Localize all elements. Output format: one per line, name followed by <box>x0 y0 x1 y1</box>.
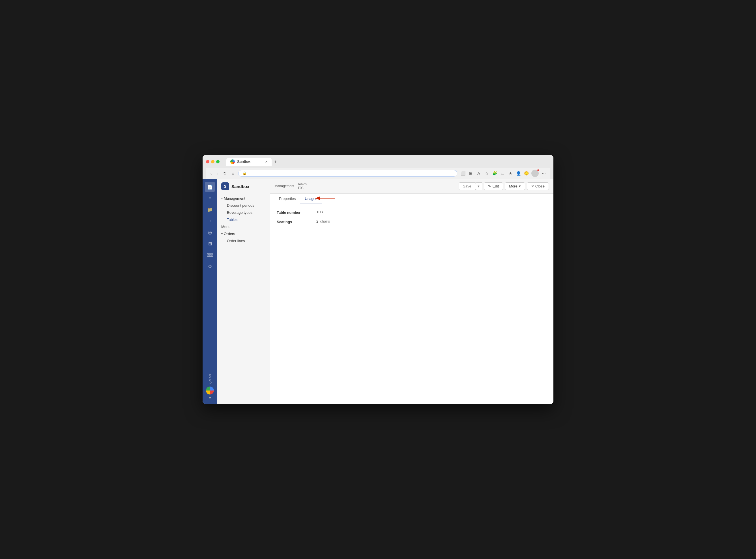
breadcrumb-management[interactable]: Management <box>275 184 294 188</box>
menu-label: Menu <box>221 225 231 229</box>
tab-usages[interactable]: Usages <box>300 194 322 204</box>
seatings-value: 2 <box>316 219 318 223</box>
content-header: Management Tables T03 Save ▾ ✎ Edit <box>270 179 553 194</box>
star-icon[interactable]: ☆ <box>484 171 490 176</box>
sidebar-icon-documents[interactable]: 📄 <box>205 182 215 192</box>
keyboard-icon: ⌨ <box>207 252 213 258</box>
sidebar-icon-circle[interactable]: ◎ <box>205 227 215 237</box>
edit-icon: ✎ <box>488 184 491 188</box>
more-browser-icon[interactable]: ⋯ <box>541 171 547 176</box>
home-button[interactable]: ⌂ <box>231 170 235 177</box>
sidebar-icon-grid[interactable]: ⊞ <box>205 239 215 249</box>
tab-close-button[interactable]: ✕ <box>265 160 268 164</box>
content-body: Table number T03 Seatings 2 chairs <box>270 204 553 404</box>
sidebar-icon-arrow[interactable]: → <box>205 216 215 226</box>
management-chevron: ▾ <box>221 197 223 200</box>
sidebar-icon-folder[interactable]: 📁 <box>205 204 215 215</box>
seatings-unit: chairs <box>320 219 330 223</box>
sidebar-icon-list[interactable]: ≡ <box>205 193 215 203</box>
list-icon: ≡ <box>209 196 211 201</box>
app-container: 📄 ≡ 📁 → ◎ ⊞ ⌨ <box>203 179 553 404</box>
minimize-traffic-light[interactable] <box>211 160 214 163</box>
browser-tab-bar: Sandbox ✕ + <box>226 158 279 166</box>
nav-group-menu: Menu <box>217 223 269 230</box>
breadcrumb-tables[interactable]: Tables <box>298 182 307 186</box>
nav-item-order-lines[interactable]: Order lines <box>223 237 269 244</box>
main-content: Management Tables T03 Save ▾ ✎ Edit <box>270 179 553 404</box>
profile-avatar[interactable] <box>531 170 539 177</box>
bottom-dot <box>209 397 211 398</box>
nav-group-management-header[interactable]: ▾ Management <box>217 195 269 202</box>
nav-sidebar: S Sandbox ▾ Management Discount periods <box>217 179 270 404</box>
tab-properties[interactable]: Properties <box>275 194 300 204</box>
more-button[interactable]: More ▾ <box>505 182 525 190</box>
table-number-label: Table number <box>277 210 316 215</box>
content-actions: Save ▾ ✎ Edit More ▾ ✕ Close <box>458 182 549 190</box>
browser-chrome: Sandbox ✕ + ‹ › ↻ ⌂ 🔒 ⬜ ⊞ A ☆ 🧩 ▭ <box>203 155 553 179</box>
breadcrumb: Management Tables T03 <box>275 182 458 190</box>
content-tabs: Properties Usages <box>270 194 553 204</box>
close-button[interactable]: ✕ Close <box>527 182 549 190</box>
seatings-label: Seatings <box>277 219 316 224</box>
kjerner-logo <box>206 386 214 395</box>
nav-item-discount-periods[interactable]: Discount periods <box>223 202 269 209</box>
browser-toolbar: ‹ › ↻ ⌂ 🔒 ⬜ ⊞ A ☆ 🧩 ▭ ★ 👤 🙂 ⋯ <box>206 168 550 179</box>
toolbar-icons: ⬜ ⊞ A ☆ 🧩 ▭ ★ 👤 🙂 ⋯ <box>460 170 547 177</box>
seatings-row: Seatings 2 chairs <box>277 219 547 224</box>
app-letter: S <box>224 184 226 188</box>
browser-window: Sandbox ✕ + ‹ › ↻ ⌂ 🔒 ⬜ ⊞ A ☆ 🧩 ▭ <box>203 155 553 404</box>
extension-icon[interactable]: 🧩 <box>492 171 497 176</box>
nav-item-tables[interactable]: Tables <box>223 216 269 223</box>
tab-favicon <box>230 159 235 164</box>
close-icon: ✕ <box>531 184 534 188</box>
new-tab-button[interactable]: + <box>272 159 279 165</box>
save-dropdown-button[interactable]: ▾ <box>475 182 482 190</box>
settings-icon: ⚙ <box>208 264 212 269</box>
nav-item-beverage-types[interactable]: Beverage types <box>223 209 269 216</box>
bookmarks-icon[interactable]: ★ <box>507 171 513 176</box>
circle-icon: ◎ <box>208 230 212 235</box>
profiles-icon[interactable]: 👤 <box>516 171 521 176</box>
orders-children: Order lines <box>217 237 269 244</box>
more-chevron-icon: ▾ <box>519 184 521 188</box>
refresh-button[interactable]: ↻ <box>222 170 228 177</box>
text-icon[interactable]: A <box>476 171 481 176</box>
icon-sidebar-bottom: kjerner <box>206 374 214 401</box>
save-button-group: Save ▾ <box>458 182 482 190</box>
folder-icon: 📁 <box>207 207 213 213</box>
maximize-traffic-light[interactable] <box>216 160 219 163</box>
orders-label: Orders <box>224 232 235 236</box>
management-children: Discount periods Beverage types Tables <box>217 202 269 223</box>
table-number-row: Table number T03 <box>277 210 547 215</box>
lock-icon: 🔒 <box>242 171 247 175</box>
sidebar-icon-settings[interactable]: ⚙ <box>205 261 215 271</box>
nav-group-orders-header[interactable]: ▾ Orders <box>217 230 269 237</box>
edit-button[interactable]: ✎ Edit <box>484 182 503 190</box>
nav-group-menu-header[interactable]: Menu <box>217 223 269 230</box>
nav-group-orders: ▾ Orders Order lines <box>217 230 269 244</box>
nav-sidebar-header: S Sandbox <box>217 179 269 194</box>
grid-view-icon[interactable]: ⊞ <box>468 171 474 176</box>
browser-tab[interactable]: Sandbox ✕ <box>226 158 271 166</box>
screen-share-icon[interactable]: ⬜ <box>460 171 466 176</box>
save-button[interactable]: Save <box>458 182 476 190</box>
usages-tab-container: Usages <box>300 194 322 204</box>
sidebar-icon-keyboard[interactable]: ⌨ <box>205 250 215 260</box>
orders-chevron: ▾ <box>221 232 223 235</box>
sidebar-icon[interactable]: ▭ <box>500 171 505 176</box>
smiley-icon[interactable]: 🙂 <box>523 171 529 176</box>
management-label: Management <box>224 196 245 201</box>
forward-button[interactable]: › <box>216 170 219 177</box>
browser-titlebar: Sandbox ✕ + <box>206 158 550 166</box>
traffic-lights <box>206 160 219 163</box>
address-bar[interactable]: 🔒 <box>238 170 457 177</box>
icon-sidebar: 📄 ≡ 📁 → ◎ ⊞ ⌨ <box>203 179 217 404</box>
close-traffic-light[interactable] <box>206 160 209 163</box>
app-icon: S <box>221 182 229 190</box>
back-button[interactable]: ‹ <box>209 170 213 177</box>
breadcrumb-current: T03 <box>298 186 307 190</box>
profile-notification-dot <box>537 169 539 171</box>
grid-icon: ⊞ <box>208 241 212 246</box>
tab-title: Sandbox <box>237 160 251 164</box>
kjerner-label: kjerner <box>209 374 212 384</box>
